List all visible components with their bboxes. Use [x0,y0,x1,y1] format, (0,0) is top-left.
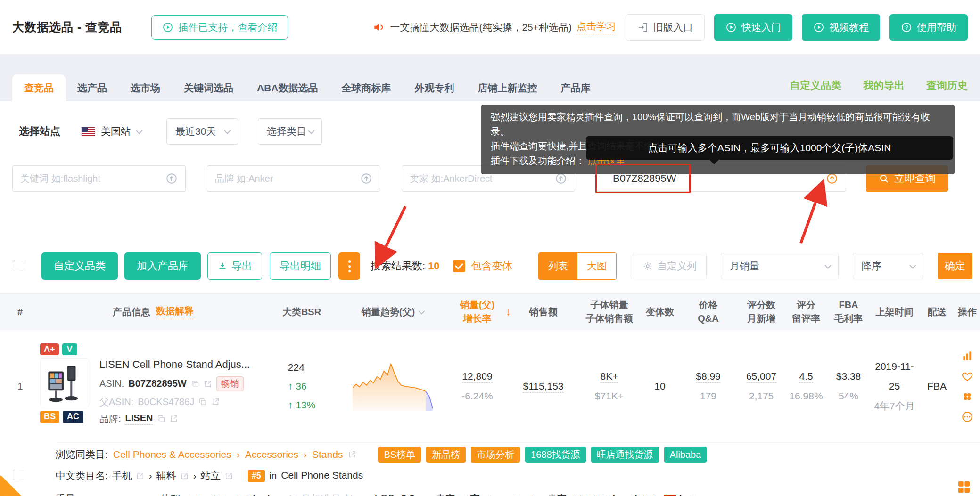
custom-category-button[interactable]: 自定义品类 [41,252,118,280]
product-title-link[interactable]: LISEN Cell Phone Stand Adjus... [99,358,250,371]
fba-fee-value: $3.38 [836,371,861,382]
keyword-input[interactable]: 关键词 如:flashlight [12,165,186,192]
ratings-new-monthly: 2,175 [749,390,774,401]
select-all-checkbox[interactable] [13,261,23,271]
child-sales-value[interactable]: 8K+ [601,371,618,383]
view-large-segment[interactable]: 大图 [577,253,616,279]
tab-aba-data[interactable]: ABA数据选品 [245,74,330,101]
category-select[interactable]: 选择类目 [258,118,322,145]
seller-placeholder: 卖家 如:AnkerDirect [410,172,493,185]
learn-link[interactable]: 点击学习 [576,20,616,34]
header-sales-trend: 销量趋势(父) [362,305,415,319]
tab-store-monitor[interactable]: 店铺上新监控 [466,74,549,101]
bar-chart-action-icon[interactable] [961,350,973,362]
weight-label[interactable]: 重量: [56,492,78,496]
help-button[interactable]: ? 使用帮助 [889,14,968,41]
brand-value[interactable]: LISEN [125,413,153,425]
custom-columns-button[interactable]: 自定义列 [633,253,707,279]
data-explain-link[interactable]: 数据解释 [156,304,194,319]
query-history-link[interactable]: 查询历史 [926,79,968,93]
main-tab-bar: 查竞品 选产品 选市场 关键词选品 ABA数据选品 全球商标库 外观专利 店铺上… [0,54,980,101]
plugin-supported-button[interactable]: 插件已支持，查看介绍 [151,15,288,40]
header-sales-growth[interactable]: 销量(父) 增长率 ↓ [445,298,509,325]
sort-order-select[interactable]: 降序 [853,253,923,279]
wangdiantong-source-button[interactable]: 旺店通找货源 [591,447,659,463]
category-link[interactable]: Accessories [245,449,298,460]
product-image[interactable] [40,358,89,407]
quick-start-button[interactable]: 快速入门 [714,14,792,41]
export-detail-label: 导出明细 [280,259,321,273]
tab-xuan-chan-pin[interactable]: 选产品 [66,74,119,101]
ratings-count[interactable]: 65,007 [746,371,776,383]
bs-rank-button[interactable]: BS榜单 [378,447,421,463]
export-button[interactable]: 导出 [207,252,262,280]
category-link[interactable]: Cell Phones & Accessories [113,449,231,460]
more-actions-button[interactable] [338,252,360,280]
asin-input-tooltip: 点击可输入多个ASIN，最多可输入1000个父(子)体ASIN [586,136,953,160]
revenue-value[interactable]: $115,153 [523,381,563,393]
video-tutorial-button[interactable]: 视频教程 [802,14,880,41]
chevron-down-icon [224,128,231,134]
margin-value: 54% [839,390,858,401]
batch-upload-icon[interactable] [360,172,372,185]
price-value[interactable]: $8.99 [696,371,721,383]
sales-value[interactable]: 12,809 [462,371,492,383]
my-exports-link[interactable]: 我的导出 [863,79,905,93]
external-link-icon[interactable] [204,380,212,388]
sales-trend-chart[interactable] [339,360,445,413]
rank-category-link[interactable]: Cell Phone Stands [281,470,363,482]
alibaba-button[interactable]: Alibaba [664,447,707,463]
tab-cha-jing-pin[interactable]: 查竞品 [12,74,66,101]
edit-icon[interactable] [225,472,233,480]
favorite-heart-icon[interactable] [961,370,973,382]
batch-upload-icon[interactable] [165,172,178,185]
add-to-product-library-button[interactable]: 加入产品库 [124,252,201,280]
rating-value[interactable]: 4.5 [799,371,813,383]
table-settings-grid-icon[interactable] [956,480,972,495]
copy-icon[interactable] [198,398,207,406]
tab-product-library[interactable]: 产品库 [549,74,602,101]
external-link-icon[interactable] [170,415,178,423]
copy-icon[interactable] [157,415,165,423]
tab-trademark-library[interactable]: 全球商标库 [330,74,403,101]
asin-value: B07Z82895W [128,378,186,389]
header-variants: 变体数 [641,305,679,319]
confirm-button[interactable]: 确定 [938,253,972,279]
find-source-1688-button[interactable]: 1688找货源 [525,447,586,463]
external-link-icon[interactable] [211,398,220,406]
new-release-rank-button[interactable]: 新品榜 [426,447,466,463]
more-options-icon[interactable] [961,411,973,423]
help-label: 使用帮助 [917,21,956,34]
edit-icon[interactable] [136,472,145,480]
bsr-value[interactable]: 224 [288,362,305,374]
tab-xuan-shi-chang[interactable]: 选市场 [119,74,172,101]
edit-icon[interactable] [181,472,189,480]
external-link-icon[interactable] [348,450,356,459]
brand-input[interactable]: 品牌 如:Anker [207,165,380,192]
custom-category-link[interactable]: 自定义品类 [790,79,841,93]
copy-icon[interactable] [191,380,199,388]
date-range-select[interactable]: 最近30天 [166,118,238,145]
market-analysis-button[interactable]: 市场分析 [471,447,520,463]
quick-start-label: 快速入门 [741,21,781,34]
cn-category-item: 站立 [201,469,221,482]
listing-age-value: 4年7个月 [874,400,914,411]
annotation-arrow-to-upload-icon [801,189,820,243]
export-detail-button[interactable]: 导出明细 [270,252,331,280]
related-products-icon[interactable] [961,390,973,403]
category-link[interactable]: Stands [312,449,343,460]
sort-field-select[interactable]: 月销量 [721,253,839,279]
svg-text:?: ? [905,24,908,31]
sellers-value: 4 家 [462,492,480,496]
tab-design-patent[interactable]: 外观专利 [403,74,466,101]
variants-count: 10 [641,381,679,392]
row-checkbox[interactable] [13,470,23,480]
site-select[interactable]: 美国站 [81,125,141,138]
include-variants-checkbox[interactable] [453,260,465,272]
tab-keyword-selection[interactable]: 关键词选品 [172,74,245,101]
lqs-label: LQS: [375,492,397,496]
view-list-segment[interactable]: 列表 [539,253,577,279]
results-section: 自定义品类 加入产品库 导出 导出明细 搜索结果数:10 包含变体 列表 大图 [0,252,980,496]
old-version-button[interactable]: 旧版入口 [626,14,705,41]
chevron-down-icon[interactable] [418,308,425,315]
